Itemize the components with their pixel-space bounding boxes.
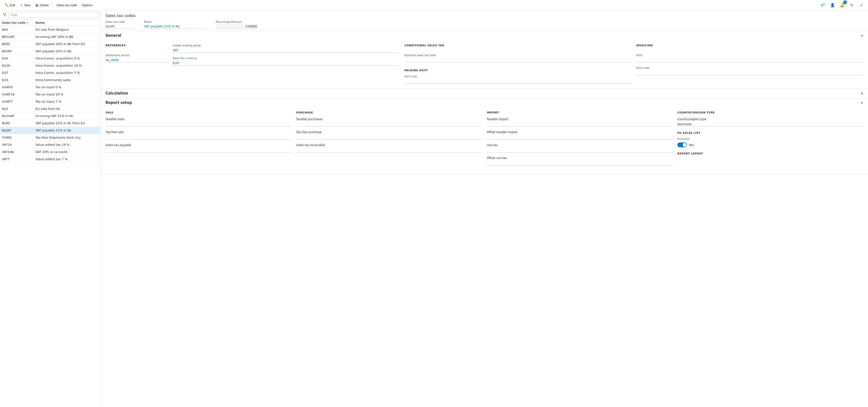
- print-code-value[interactable]: [636, 70, 863, 75]
- sales-tax-receivable-underline[interactable]: [296, 148, 482, 152]
- payment-sales-tax-code-label: Payment sales tax code: [404, 54, 631, 57]
- list-row[interactable]: NLVATVAT payable 21% in NL: [0, 127, 100, 134]
- references-group: REFERENCES Settlement period NL_MON: [105, 44, 168, 84]
- tax-free-sale-label: Tax-free sale: [105, 130, 291, 134]
- offset-taxable-import-label: Offset taxable import: [487, 130, 673, 134]
- left-panel: Sales tax code ↑ Name BE0EU sale from Be…: [0, 10, 101, 407]
- taxable-purchases-underline[interactable]: [296, 122, 482, 127]
- sales-tax-code-field: Sales tax code NLVAT: [105, 20, 134, 29]
- offset-use-tax-label: Offset use tax: [487, 156, 673, 160]
- delete-button[interactable]: 🗑 Delete: [33, 2, 51, 8]
- list-row[interactable]: InVAT19Tax on input 19 %: [0, 91, 100, 98]
- sales-tax-currency-value[interactable]: EUR: [173, 61, 400, 65]
- list-row[interactable]: VAT7Value added tax 7 %: [0, 156, 100, 163]
- excluded-toggle[interactable]: [677, 142, 687, 147]
- packing-duty-spacer: PACKING DUTY Sort code: [404, 69, 631, 84]
- list-row[interactable]: NLInVATIncoming VAT 21% in NL: [0, 113, 100, 120]
- sales-tax-currency-label: Sales tax currency: [173, 57, 400, 60]
- calculation-section-header[interactable]: Calculation ∨: [101, 89, 868, 98]
- ledger-posting-group-field: Ledger posting group VAT: [173, 44, 400, 53]
- use-tax-field: Use tax: [487, 143, 673, 152]
- report-setup-section-header[interactable]: Report setup ∧: [101, 98, 868, 107]
- list-row[interactable]: BEInVATIncoming VAT 20% in BE: [0, 33, 100, 40]
- report-layout-group: REPORT LAYOUT: [677, 152, 863, 155]
- list-row[interactable]: BEVATVAT payable 20% in BE: [0, 48, 100, 55]
- sales-tax-currency-field: Sales tax currency EUR: [173, 57, 400, 65]
- taxable-purchases-label: Taxable purchases: [296, 118, 482, 121]
- filter-icon: [3, 13, 6, 16]
- print-code-label: Print code: [636, 66, 863, 69]
- list-row[interactable]: EU19Intra-Comm. acquisition 19 %: [0, 62, 100, 69]
- list-row[interactable]: VAT19AVAT 19% on account: [0, 148, 100, 156]
- tax-free-sale-underline[interactable]: [105, 135, 291, 140]
- references-header: REFERENCES: [105, 44, 168, 47]
- use-tax-underline[interactable]: [487, 148, 673, 152]
- payment-sales-tax-code-value[interactable]: [404, 58, 631, 63]
- invoicing-header: INVOICING: [636, 44, 863, 47]
- sales-tax-receivable-field: Sales tax receivable: [296, 143, 482, 152]
- general-section: General ∧ REFERENCES Settlement period N…: [101, 31, 868, 89]
- list-row[interactable]: EU0Intra-Comm. acquisition 0 %: [0, 55, 100, 62]
- edit-button[interactable]: ✏️ Edit: [3, 2, 17, 8]
- list-toolbar: [0, 10, 100, 20]
- general-grid: REFERENCES Settlement period NL_MON Ledg…: [105, 44, 863, 84]
- diamond-icon-btn[interactable]: 💎: [819, 1, 827, 9]
- settlement-period-field: Settlement period NL_MON: [105, 54, 168, 63]
- sale-column: SALE Taxable sales Tax-free sale Sales t…: [105, 111, 291, 169]
- list-row[interactable]: BERCVAT payable 20% in BE from EU: [0, 40, 100, 48]
- toolbar-separator-1: [53, 2, 53, 8]
- taxable-import-underline[interactable]: [487, 122, 673, 127]
- sort-code-field: Sort code: [404, 75, 631, 84]
- new-button[interactable]: ＋ New: [18, 2, 32, 8]
- sort-arrow: ↑: [26, 22, 28, 24]
- user-icon-btn[interactable]: 👤: [829, 1, 836, 9]
- page-title: Sales tax codes: [105, 13, 863, 18]
- sales-tax-code-value[interactable]: NLVAT: [105, 24, 134, 29]
- taxable-sales-underline[interactable]: [105, 122, 291, 127]
- column-header-code[interactable]: Sales tax code ↑: [2, 21, 35, 25]
- sales-tax-payable-underline[interactable]: [105, 148, 291, 152]
- eu-sales-list-group: EU SALES LIST Excluded Yes: [677, 132, 863, 147]
- taxable-sales-label: Taxable sales: [105, 118, 291, 121]
- list-row[interactable]: THIRDTax-free Shipments third ctry: [0, 134, 100, 141]
- list-row[interactable]: VAT19Value added tax 19 %: [0, 141, 100, 148]
- list-body: BE0EU sale from BelgiumBEInVATIncoming V…: [0, 26, 100, 407]
- print-value[interactable]: [636, 58, 863, 63]
- calculation-section: Calculation ∨: [101, 89, 868, 98]
- toolbar: ✏️ Edit ＋ New 🗑 Delete Sales tax code Op…: [0, 0, 868, 10]
- general-section-header[interactable]: General ∧: [101, 31, 868, 40]
- list-row[interactable]: NL0EU sale from NL: [0, 105, 100, 113]
- list-row[interactable]: BE0EU sale from Belgium: [0, 26, 100, 33]
- options-button[interactable]: Options: [80, 2, 94, 8]
- list-row[interactable]: InVAT0Tax on input 0 %: [0, 84, 100, 91]
- list-row[interactable]: NLRCVAT payable 21% in NL from EU: [0, 120, 100, 127]
- percentage-input[interactable]: [216, 24, 258, 29]
- refresh-icon-btn[interactable]: ↻: [848, 1, 856, 9]
- conditional-sales-tax-header: CONDITIONAL SALES TAX: [404, 44, 631, 47]
- sales-tax-code-button[interactable]: Sales tax code: [55, 2, 79, 8]
- toolbar-right: 💎 👤 🔔 0 ↻ ⤢: [819, 1, 865, 9]
- filter-icon-btn[interactable]: [2, 12, 7, 18]
- ledger-posting-group-value[interactable]: VAT: [173, 48, 400, 53]
- list-row[interactable]: EU7Intra-Comm. acquisition 7 %: [0, 69, 100, 77]
- list-row[interactable]: InVAT7Tax on input 7 %: [0, 98, 100, 105]
- offset-use-tax-underline[interactable]: [487, 161, 673, 166]
- name-value[interactable]: VAT payable 21% in NL: [144, 24, 206, 29]
- print-label: Print: [636, 54, 863, 57]
- purchase-header: PURCHASE: [296, 111, 482, 114]
- sales-tax-payable-label: Sales tax payable: [105, 143, 291, 147]
- tax-free-purchase-underline[interactable]: [296, 135, 482, 140]
- offset-taxable-import-underline[interactable]: [487, 135, 673, 140]
- use-tax-label: Use tax: [487, 143, 673, 147]
- general-section-content: REFERENCES Settlement period NL_MON Ledg…: [101, 40, 868, 88]
- filter-input[interactable]: [9, 12, 98, 18]
- settlement-period-value[interactable]: NL_MON: [105, 58, 168, 63]
- taxable-import-field: Taxable import: [487, 118, 673, 127]
- sort-code-value[interactable]: [404, 79, 631, 84]
- calculation-chevron: ∨: [861, 92, 863, 95]
- country-region-type-value[interactable]: Domestic: [677, 122, 863, 127]
- fullscreen-icon-btn[interactable]: ⤢: [858, 1, 865, 9]
- invoicing-group: INVOICING Print Print code: [636, 44, 863, 84]
- offset-use-tax-field: Offset use tax: [487, 156, 673, 166]
- list-row[interactable]: EUSIntra-Community sales: [0, 77, 100, 84]
